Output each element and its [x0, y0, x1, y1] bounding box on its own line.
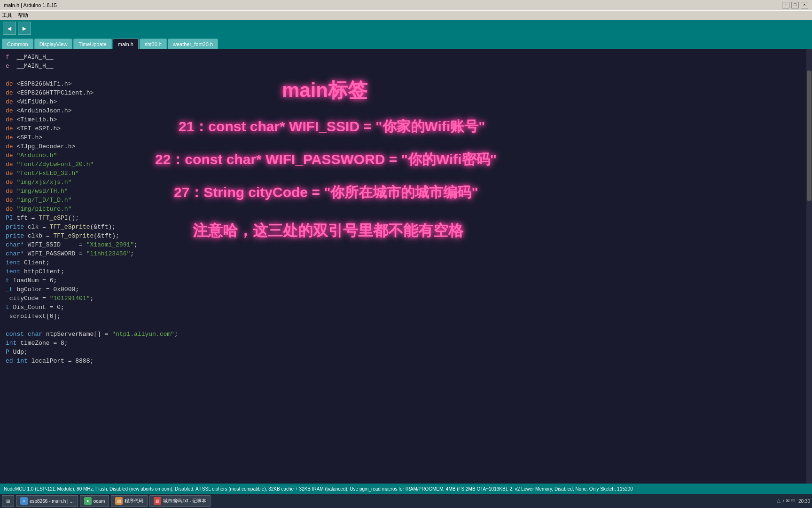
status-text: NodeMCU 1.0 (ESP-12E Module), 80 MHz, Fl…	[4, 486, 633, 492]
window-controls: − □ ×	[782, 2, 808, 8]
code-line: ient httpClient;	[6, 267, 806, 276]
menu-bar: 工具 帮助	[0, 10, 812, 20]
minimize-button[interactable]: −	[782, 2, 789, 8]
code-line: ed int localPort = 8888;	[6, 357, 806, 365]
clock: 20:30	[798, 499, 810, 504]
taskbar-right: △ ♪ ✉ 中 20:30	[776, 498, 810, 504]
code-line: t loadNum = 6;	[6, 276, 806, 285]
code-line: de <TFT_eSPI.h>	[6, 124, 806, 133]
tab-common[interactable]: Common	[2, 39, 33, 49]
menu-tools[interactable]: 工具	[2, 12, 12, 19]
notepad-icon: ▤	[154, 497, 161, 505]
taskbar-ocam-label: ocam	[94, 499, 105, 504]
code-line: f __MAIN_H__	[6, 53, 806, 62]
taskbar-start[interactable]: ⊞	[2, 495, 14, 507]
code-line: prite clk = TFT_eSprite(&tft);	[6, 222, 806, 231]
code-line: de <ArduinoJson.h>	[6, 106, 806, 115]
code-line	[6, 71, 806, 79]
tab-sht30h[interactable]: sht30.h	[140, 39, 167, 49]
code-editor[interactable]: f __MAIN_H__ e __MAIN_H__ de <ESP8266WiF…	[0, 49, 812, 484]
taskbar: ⊞ A esp8266 - main.h | ... ● ocam ▤ 程序代码…	[0, 494, 812, 508]
tab-mainh[interactable]: main.h	[113, 39, 139, 49]
code-line: char* WIFI_PASSWORD = "l1hh123456";	[6, 249, 806, 258]
scroll-thumb[interactable]	[807, 71, 812, 201]
code-line: de <ESP8266HTTPClient.h>	[6, 88, 806, 97]
code-line: de <ESP8266WiFi.h>	[6, 79, 806, 88]
title-bar: main.h | Arduino 1.8.15 − □ ×	[0, 0, 812, 10]
start-icon: ⊞	[6, 499, 10, 504]
code-line: de "font/ZdyLwFont_20.h"	[6, 160, 806, 169]
code-line: de <SPI.h>	[6, 133, 806, 142]
ocam-icon: ●	[84, 497, 92, 505]
taskbar-notepad[interactable]: ▤ 城市编码.txt - 记事本	[149, 495, 211, 507]
code-line: int timeZone = 8;	[6, 339, 806, 348]
main-area: f __MAIN_H__ e __MAIN_H__ de <ESP8266WiF…	[0, 49, 812, 484]
code-line: de "font/FxLED_32.h"	[6, 169, 806, 178]
code-line: prite clkb = TFT_eSprite(&tft);	[6, 231, 806, 240]
code-line: de <TimeLib.h>	[6, 115, 806, 124]
taskbar-code[interactable]: ▤ 程序代码	[111, 495, 148, 507]
code-line	[6, 321, 806, 330]
taskbar-arduino[interactable]: A esp8266 - main.h | ...	[16, 495, 78, 507]
code-line: e __MAIN_H__	[6, 62, 806, 71]
code-line: de "img/wsd/TH.h"	[6, 187, 806, 196]
forward-button[interactable]: ▶	[18, 22, 31, 35]
code-icon: ▤	[115, 497, 123, 505]
scrollbar[interactable]	[806, 49, 812, 484]
taskbar-ocam[interactable]: ● ocam	[80, 495, 109, 507]
tab-timeupdate[interactable]: TimeUpdate	[73, 39, 112, 49]
menu-help[interactable]: 帮助	[18, 12, 28, 19]
code-line: t Dis_Count = 0;	[6, 303, 806, 312]
code-line: ient Client;	[6, 258, 806, 267]
maximize-button[interactable]: □	[791, 2, 799, 8]
taskbar-arduino-label: esp8266 - main.h | ...	[30, 499, 74, 504]
status-bar: NodeMCU 1.0 (ESP-12E Module), 80 MHz, Fl…	[0, 484, 812, 494]
code-line: cityCode = "101291401";	[6, 294, 806, 303]
back-button[interactable]: ◀	[3, 22, 16, 35]
code-line: scrollText[6];	[6, 312, 806, 321]
taskbar-code-label: 程序代码	[125, 498, 143, 504]
code-line: de "Arduino.h"	[6, 151, 806, 160]
toolbar: ◀ ▶	[0, 20, 812, 37]
code-line: de <WiFiUdp.h>	[6, 97, 806, 106]
arduino-icon: A	[20, 497, 28, 505]
code-line: de <TJpg_Decoder.h>	[6, 142, 806, 151]
code-line: _t bgColor = 0x0000;	[6, 285, 806, 294]
code-line: const char ntpServerName[] = "ntp1.aliyu…	[6, 330, 806, 339]
system-icons: △ ♪ ✉ 中	[776, 498, 796, 504]
code-line: de "img/picture.h"	[6, 205, 806, 214]
tab-displayview[interactable]: DisplayView	[34, 39, 73, 49]
code-line: PI tft = TFT_eSPI();	[6, 214, 806, 222]
code-line: char* WIFI_SSID = "Xiaomi_2991";	[6, 240, 806, 249]
code-line: P Udp;	[6, 348, 806, 357]
code-line: de "img/T_D/T_D.h"	[6, 196, 806, 205]
code-line: de "img/xjs/xjs.h"	[6, 178, 806, 187]
tabs-bar: Common DisplayView TimeUpdate main.h sht…	[0, 37, 812, 49]
window-title: main.h | Arduino 1.8.15	[4, 2, 57, 8]
taskbar-notepad-label: 城市编码.txt - 记事本	[163, 498, 206, 504]
close-button[interactable]: ×	[801, 2, 808, 8]
tab-weatherfont[interactable]: weather_font20.h	[168, 39, 218, 49]
